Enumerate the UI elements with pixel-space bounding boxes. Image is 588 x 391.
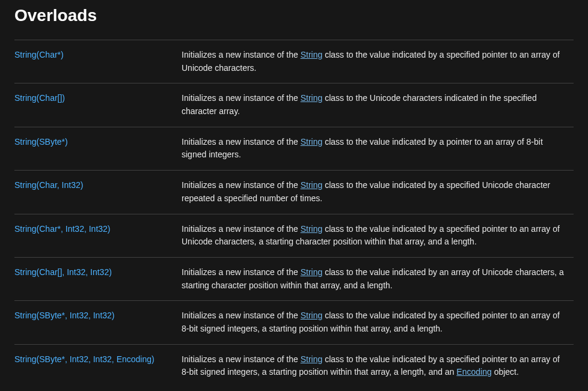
table-row: String(Char*, Int32, Int32)Initializes a… [14,214,574,257]
overload-signature-cell: String(Char[]) [14,83,182,127]
overload-signature-cell: String(SByte*, Int32, Int32, Encoding) [14,344,182,387]
overloads-table: String(Char*)Initializes a new instance … [14,40,574,387]
description-prefix: Initializes a new instance of the [182,224,301,234]
overload-signature-link[interactable]: String(SByte*, Int32, Int32) [14,311,115,320]
overload-signature-link[interactable]: String(SByte*, Int32, Int32, Encoding) [14,354,155,364]
description-text-after: object. [492,367,519,377]
description-prefix: Initializes a new instance of the [182,93,301,103]
overload-signature-cell: String(Char[], Int32, Int32) [14,257,182,300]
string-type-link[interactable]: String [301,354,323,364]
overload-signature-link[interactable]: String(SByte*) [14,137,68,147]
description-prefix: Initializes a new instance of the [182,311,301,320]
string-type-link[interactable]: String [301,180,323,190]
description-prefix: Initializes a new instance of the [182,354,301,364]
overload-signature-link[interactable]: String(Char*, Int32, Int32) [14,224,111,234]
overload-description-cell: Initializes a new instance of the String… [182,301,574,344]
string-type-link[interactable]: String [301,50,323,59]
overload-description-cell: Initializes a new instance of the String… [182,127,574,170]
overload-signature-link[interactable]: String(Char, Int32) [14,180,83,190]
overload-description-cell: Initializes a new instance of the String… [182,214,574,257]
string-type-link[interactable]: String [301,93,323,103]
overload-signature-cell: String(Char, Int32) [14,171,182,214]
description-prefix: Initializes a new instance of the [182,180,301,190]
section-heading: Overloads [14,4,574,25]
overload-description-cell: Initializes a new instance of the String… [182,344,574,387]
string-type-link[interactable]: String [301,137,323,147]
string-type-link[interactable]: String [301,311,323,320]
overload-description-cell: Initializes a new instance of the String… [182,83,574,127]
table-row: String(Char, Int32)Initializes a new ins… [14,171,574,214]
overload-signature-cell: String(SByte*, Int32, Int32) [14,301,182,344]
string-type-link[interactable]: String [301,224,323,234]
description-prefix: Initializes a new instance of the [182,267,301,277]
table-row: String(SByte*)Initializes a new instance… [14,127,574,170]
encoding-type-link[interactable]: Encoding [456,367,491,377]
table-row: String(SByte*, Int32, Int32)Initializes … [14,301,574,344]
overload-signature-link[interactable]: String(Char*) [14,50,64,59]
table-row: String(SByte*, Int32, Int32, Encoding)In… [14,344,574,387]
overload-description-cell: Initializes a new instance of the String… [182,171,574,214]
table-row: String(Char[], Int32, Int32)Initializes … [14,257,574,300]
overload-signature-link[interactable]: String(Char[], Int32, Int32) [14,267,112,277]
table-row: String(Char*)Initializes a new instance … [14,40,574,83]
overload-signature-cell: String(Char*, Int32, Int32) [14,214,182,257]
string-type-link[interactable]: String [301,267,323,277]
overload-signature-cell: String(Char*) [14,40,182,83]
overload-description-cell: Initializes a new instance of the String… [182,257,574,300]
description-prefix: Initializes a new instance of the [182,50,301,59]
overload-signature-link[interactable]: String(Char[]) [14,93,65,103]
table-row: String(Char[])Initializes a new instance… [14,83,574,127]
overload-signature-cell: String(SByte*) [14,127,182,170]
overload-description-cell: Initializes a new instance of the String… [182,40,574,83]
description-prefix: Initializes a new instance of the [182,137,301,147]
